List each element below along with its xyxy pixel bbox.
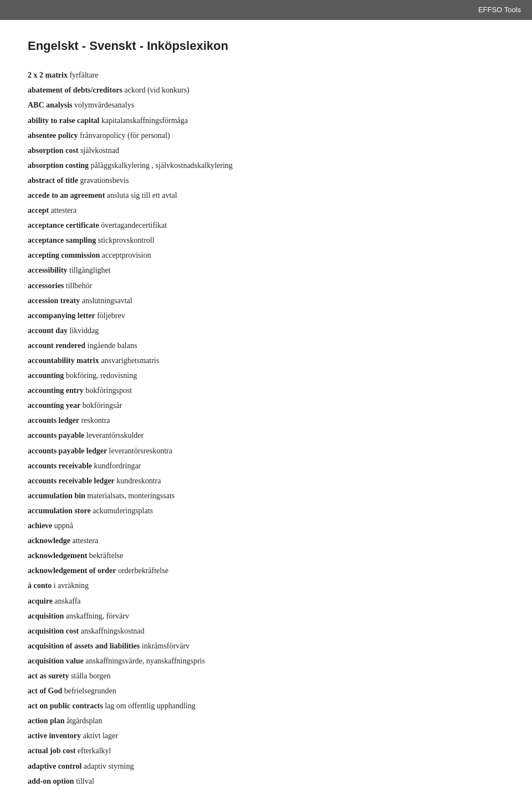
list-item: accession treaty anslutningsavtal [28,294,504,307]
entry-term: achieve [28,522,52,530]
entry-term: acceptance certificate [28,221,99,229]
entry-term: absentee policy [28,131,78,140]
entry-term: accessibility [28,266,68,274]
entry-definition: inkråmsförvärv [140,642,190,650]
list-item: accept attestera [28,204,504,217]
entry-definition: bokföringsår [80,401,122,410]
app-title: EFFSO Tools [478,6,521,14]
entry-definition: attestera [49,206,76,214]
entry-definition: ingående balans [85,341,137,350]
entry-term: absorption costing [28,161,89,170]
list-item: accounts payable ledger leverantörsresko… [28,444,504,457]
entry-term: accumulation bin [28,492,85,500]
entry-definition: anskaffning, förvärv [64,612,129,620]
entry-definition: kapitalanskaffningsförmåga [100,116,188,125]
entry-term: ability to raise capital [28,116,100,125]
entry-definition: kundreskontra [115,477,161,485]
list-item: accumulation bin materialsats, montering… [28,489,504,502]
list-item: acquisition value anskaffningsvärde, nya… [28,655,504,667]
entry-term: acknowledgement of order [28,566,116,575]
list-item: accounts payable leverantörsskulder [28,429,504,442]
list-item: acknowledgement bekräftelse [28,549,504,562]
list-item: account rendered ingående balans [28,339,504,352]
entry-definition: adaptiv styrning [81,762,134,770]
entry-term: acknowledge [28,536,70,545]
entry-term: accede to an agreement [28,191,105,200]
entry-term: accepting commission [28,251,100,259]
list-item: accumulation store ackumuleringsplats [28,504,504,517]
list-item: add-on option tillval [28,775,504,788]
entry-definition: tillbehör [64,282,92,290]
list-item: acknowledgement of order orderbekräftels… [28,564,504,577]
entry-term: accounts ledger [28,416,79,425]
list-item: action plan åtgärdsplan [28,714,504,727]
list-item: acquisition cost anskaffningskostnad [28,625,504,637]
entry-definition: tillval [74,777,94,785]
list-item: 2 x 2 matrix fyrfältare [28,69,504,81]
list-item: ABC analysis volymvärdesanalys [28,99,504,111]
entry-definition: ställa borgen [69,672,110,680]
list-item: addendum bilaga [28,790,504,792]
list-item: accessories tillbehör [28,279,504,292]
entry-definition: övertagandecertifikat [99,221,167,229]
list-item: accounts receivable kundfordringar [28,459,504,472]
list-item: acknowledge attestera [28,534,504,547]
entry-term: accounts payable [28,431,84,440]
list-item: absentee policy frånvaropolicy (för pers… [28,129,504,142]
entry-term: accumulation store [28,507,91,515]
list-item: actual job cost efterkalkyl [28,744,504,757]
list-item: acquire anskaffa [28,595,504,607]
list-item: accompanying letter följebrev [28,309,504,322]
entry-term: acquisition value [28,657,84,665]
entry-definition: ansvarighetsmatris [99,356,159,365]
entry-definition: anskaffa [53,597,81,605]
entry-term: accounts payable ledger [28,447,107,455]
entry-term: act on public contracts [28,702,103,710]
entry-term: acknowledgement [28,551,87,560]
entry-term: accounting entry [28,386,84,395]
top-bar: EFFSO Tools [0,0,532,20]
entry-term: absorption cost [28,146,78,155]
entry-definition: stickprovskontroll [96,236,154,244]
list-item: accounts receivable ledger kundreskontra [28,474,504,487]
entry-definition: aktivt lager [81,732,118,740]
entry-term: active inventory [28,732,81,740]
list-item: acceptance certificate övertagandecertif… [28,219,504,232]
entry-definition: acceptprovision [100,251,151,259]
entry-definition: bokföringspost [84,386,132,395]
entry-term: accompanying letter [28,311,95,320]
entry-definition: fyrfältare [68,71,99,79]
entry-term: accounts receivable [28,462,92,470]
entry-definition: materialsats, monteringssats [85,492,175,500]
list-item: act of God befrielsegrunden [28,684,504,697]
list-item: absorption costing påläggskalkylering , … [28,159,504,172]
entry-term: abstract of title [28,176,78,185]
content-area: 2 x 2 matrix fyrfältareabatement of debt… [28,69,504,792]
list-item: accounting bokföring, redovisning [28,369,504,382]
entry-definition: lag om offentlig upphandling [103,702,196,710]
entry-definition: volymvärdesanalys [73,101,135,109]
entry-definition: anslutningsavtal [80,297,132,305]
entry-definition: orderbekräftelse [116,566,168,575]
entry-term: adaptive control [28,762,81,770]
entry-term: acquisition cost [28,627,79,635]
list-item: à conto i avräkning [28,579,504,592]
entry-definition: kundfordringar [92,462,141,470]
entry-term: act as surety [28,672,69,680]
page-title: Engelskt - Svenskt - Inköpslexikon [28,37,504,55]
entry-definition: likviddag [68,326,99,335]
list-item: absorption cost självkostnad [28,144,504,157]
entry-term: accountability matrix [28,356,99,365]
entry-term: acceptance sampling [28,236,96,244]
entry-definition: befrielsegrunden [62,687,116,695]
entry-term: 2 x 2 matrix [28,71,68,79]
entry-definition: reskontra [79,416,110,425]
entry-definition: efterkalkyl [75,747,111,755]
entry-definition: anskaffningskostnad [79,627,144,635]
entry-definition: bokföring, redovisning [64,371,137,380]
list-item: ability to raise capital kapitalanskaffn… [28,114,504,127]
list-item: act on public contracts lag om offentlig… [28,699,504,712]
entry-term: accession treaty [28,297,80,305]
list-item: acceptance sampling stickprovskontroll [28,234,504,247]
entry-definition: attestera [70,536,98,545]
